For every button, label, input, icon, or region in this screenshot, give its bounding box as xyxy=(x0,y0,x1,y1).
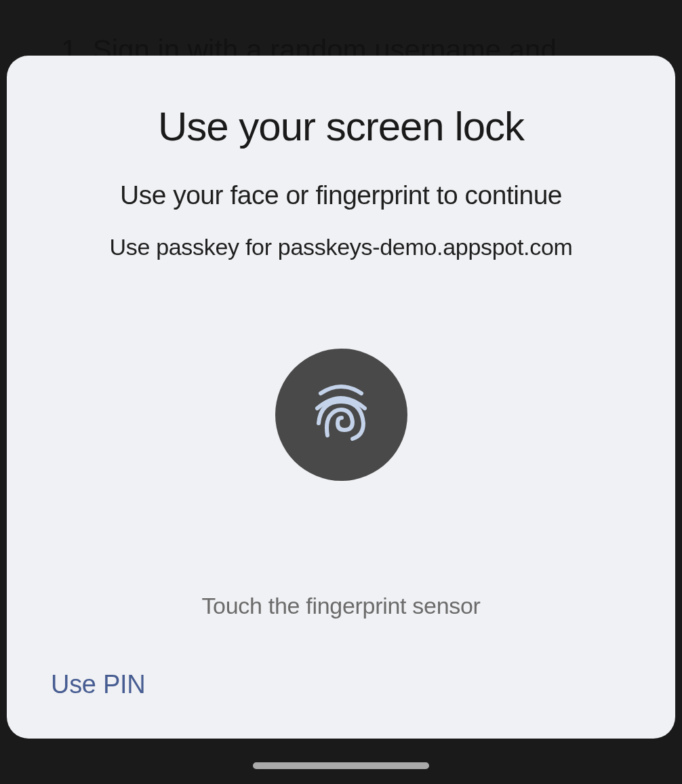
dialog-button-row: Use PIN xyxy=(51,651,631,705)
gesture-navigation-bar[interactable] xyxy=(253,762,429,769)
dialog-subtitle: Use your face or fingerprint to continue xyxy=(120,180,562,210)
fingerprint-sensor-button[interactable] xyxy=(275,349,407,481)
biometric-prompt-dialog: Use your screen lock Use your face or fi… xyxy=(7,56,675,739)
dialog-title: Use your screen lock xyxy=(158,103,524,150)
fingerprint-hint-text: Touch the fingerprint sensor xyxy=(201,593,480,619)
use-pin-button[interactable]: Use PIN xyxy=(51,665,145,705)
fingerprint-icon xyxy=(310,381,372,449)
dialog-description: Use passkey for passkeys-demo.appspot.co… xyxy=(109,234,572,260)
